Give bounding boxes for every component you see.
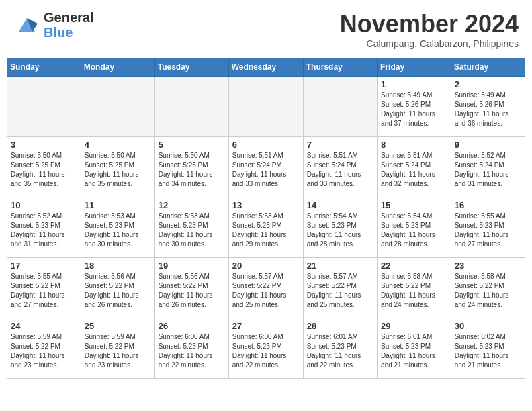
day-info: Sunrise: 5:50 AMSunset: 5:25 PMDaylight:… <box>85 151 151 189</box>
day-info: Sunrise: 5:59 AMSunset: 5:22 PMDaylight:… <box>85 332 151 370</box>
header-sunday: Sunday <box>7 58 81 77</box>
day-cell-12: 12Sunrise: 5:53 AMSunset: 5:23 PMDayligh… <box>154 197 228 258</box>
month-title: November 2024 <box>340 10 519 38</box>
header-monday: Monday <box>81 58 154 77</box>
header-thursday: Thursday <box>303 58 377 77</box>
day-info: Sunrise: 5:52 AMSunset: 5:23 PMDaylight:… <box>11 212 77 249</box>
day-cell-13: 13Sunrise: 5:53 AMSunset: 5:23 PMDayligh… <box>228 197 303 258</box>
day-cell-8: 8Sunrise: 5:51 AMSunset: 5:24 PMDaylight… <box>378 137 451 197</box>
day-number: 11 <box>85 200 151 210</box>
day-info: Sunrise: 5:49 AMSunset: 5:26 PMDaylight:… <box>455 91 521 128</box>
day-cell-14: 14Sunrise: 5:54 AMSunset: 5:23 PMDayligh… <box>303 197 377 258</box>
day-number: 10 <box>11 200 77 210</box>
day-cell-5: 5Sunrise: 5:50 AMSunset: 5:25 PMDaylight… <box>154 137 228 197</box>
day-info: Sunrise: 6:00 AMSunset: 5:23 PMDaylight:… <box>159 332 225 370</box>
day-number: 26 <box>159 321 225 331</box>
day-number: 1 <box>381 79 447 89</box>
day-cell-empty <box>228 77 303 137</box>
day-number: 23 <box>455 261 521 271</box>
week-row-3: 10Sunrise: 5:52 AMSunset: 5:23 PMDayligh… <box>7 197 525 258</box>
day-number: 28 <box>307 321 373 331</box>
day-cell-16: 16Sunrise: 5:55 AMSunset: 5:23 PMDayligh… <box>451 197 525 258</box>
day-info: Sunrise: 6:00 AMSunset: 5:23 PMDaylight:… <box>232 332 300 370</box>
day-cell-17: 17Sunrise: 5:55 AMSunset: 5:22 PMDayligh… <box>7 258 81 318</box>
day-info: Sunrise: 5:49 AMSunset: 5:26 PMDaylight:… <box>381 91 447 128</box>
day-cell-25: 25Sunrise: 5:59 AMSunset: 5:22 PMDayligh… <box>81 318 154 379</box>
day-number: 21 <box>307 261 373 271</box>
day-number: 2 <box>455 79 521 89</box>
day-info: Sunrise: 5:50 AMSunset: 5:25 PMDaylight:… <box>159 151 225 189</box>
day-cell-empty <box>7 77 81 137</box>
day-info: Sunrise: 5:51 AMSunset: 5:24 PMDaylight:… <box>307 151 373 189</box>
day-number: 5 <box>159 140 225 150</box>
day-cell-29: 29Sunrise: 6:01 AMSunset: 5:23 PMDayligh… <box>378 318 451 379</box>
day-info: Sunrise: 5:58 AMSunset: 5:22 PMDaylight:… <box>455 272 521 310</box>
title-section: November 2024 Calumpang, Calabarzon, Phi… <box>340 10 519 49</box>
day-info: Sunrise: 5:57 AMSunset: 5:22 PMDaylight:… <box>232 272 300 310</box>
logo-text-blue: Blue <box>44 25 93 40</box>
week-row-2: 3Sunrise: 5:50 AMSunset: 5:25 PMDaylight… <box>7 137 525 197</box>
day-number: 7 <box>307 140 373 150</box>
day-info: Sunrise: 6:02 AMSunset: 5:23 PMDaylight:… <box>455 332 521 370</box>
day-info: Sunrise: 5:57 AMSunset: 5:22 PMDaylight:… <box>307 272 373 310</box>
day-number: 24 <box>11 321 77 331</box>
location: Calumpang, Calabarzon, Philippines <box>340 38 519 49</box>
day-cell-19: 19Sunrise: 5:56 AMSunset: 5:22 PMDayligh… <box>154 258 228 318</box>
day-cell-empty <box>154 77 228 137</box>
day-cell-15: 15Sunrise: 5:54 AMSunset: 5:23 PMDayligh… <box>378 197 451 258</box>
day-number: 27 <box>232 321 300 331</box>
day-number: 29 <box>381 321 447 331</box>
day-info: Sunrise: 5:51 AMSunset: 5:24 PMDaylight:… <box>232 151 300 189</box>
day-cell-7: 7Sunrise: 5:51 AMSunset: 5:24 PMDaylight… <box>303 137 377 197</box>
header-saturday: Saturday <box>451 58 525 77</box>
day-number: 3 <box>11 140 77 150</box>
day-info: Sunrise: 6:01 AMSunset: 5:23 PMDaylight:… <box>307 332 373 370</box>
day-info: Sunrise: 5:53 AMSunset: 5:23 PMDaylight:… <box>85 212 151 249</box>
logo: General Blue <box>13 10 93 40</box>
day-info: Sunrise: 5:51 AMSunset: 5:24 PMDaylight:… <box>381 151 447 189</box>
day-info: Sunrise: 6:01 AMSunset: 5:23 PMDaylight:… <box>381 332 447 370</box>
day-cell-26: 26Sunrise: 6:00 AMSunset: 5:23 PMDayligh… <box>154 318 228 379</box>
header-tuesday: Tuesday <box>154 58 228 77</box>
day-info: Sunrise: 5:54 AMSunset: 5:23 PMDaylight:… <box>307 212 373 249</box>
day-cell-27: 27Sunrise: 6:00 AMSunset: 5:23 PMDayligh… <box>228 318 303 379</box>
day-cell-28: 28Sunrise: 6:01 AMSunset: 5:23 PMDayligh… <box>303 318 377 379</box>
day-number: 17 <box>11 261 77 271</box>
day-number: 20 <box>232 261 300 271</box>
logo-text-general: General <box>44 10 93 25</box>
day-cell-4: 4Sunrise: 5:50 AMSunset: 5:25 PMDaylight… <box>81 137 154 197</box>
day-number: 13 <box>232 200 300 210</box>
day-cell-22: 22Sunrise: 5:58 AMSunset: 5:22 PMDayligh… <box>378 258 451 318</box>
day-info: Sunrise: 5:56 AMSunset: 5:22 PMDaylight:… <box>159 272 225 310</box>
day-cell-18: 18Sunrise: 5:56 AMSunset: 5:22 PMDayligh… <box>81 258 154 318</box>
logo-icon <box>13 11 40 38</box>
day-cell-empty <box>303 77 377 137</box>
day-number: 30 <box>455 321 521 331</box>
day-cell-21: 21Sunrise: 5:57 AMSunset: 5:22 PMDayligh… <box>303 258 377 318</box>
day-cell-30: 30Sunrise: 6:02 AMSunset: 5:23 PMDayligh… <box>451 318 525 379</box>
day-info: Sunrise: 5:53 AMSunset: 5:23 PMDaylight:… <box>232 212 300 249</box>
day-info: Sunrise: 5:50 AMSunset: 5:25 PMDaylight:… <box>11 151 77 189</box>
day-info: Sunrise: 5:54 AMSunset: 5:23 PMDaylight:… <box>381 212 447 249</box>
day-cell-24: 24Sunrise: 5:59 AMSunset: 5:22 PMDayligh… <box>7 318 81 379</box>
day-cell-2: 2Sunrise: 5:49 AMSunset: 5:26 PMDaylight… <box>451 77 525 137</box>
day-number: 25 <box>85 321 151 331</box>
weekday-header-row: Sunday Monday Tuesday Wednesday Thursday… <box>7 58 525 77</box>
day-number: 12 <box>159 200 225 210</box>
day-number: 16 <box>455 200 521 210</box>
day-info: Sunrise: 5:59 AMSunset: 5:22 PMDaylight:… <box>11 332 77 370</box>
day-number: 9 <box>455 140 521 150</box>
day-number: 15 <box>381 200 447 210</box>
day-number: 4 <box>85 140 151 150</box>
day-cell-23: 23Sunrise: 5:58 AMSunset: 5:22 PMDayligh… <box>451 258 525 318</box>
week-row-4: 17Sunrise: 5:55 AMSunset: 5:22 PMDayligh… <box>7 258 525 318</box>
day-info: Sunrise: 5:55 AMSunset: 5:23 PMDaylight:… <box>455 212 521 249</box>
day-info: Sunrise: 5:53 AMSunset: 5:23 PMDaylight:… <box>159 212 225 249</box>
day-cell-6: 6Sunrise: 5:51 AMSunset: 5:24 PMDaylight… <box>228 137 303 197</box>
week-row-1: 1Sunrise: 5:49 AMSunset: 5:26 PMDaylight… <box>7 77 525 137</box>
day-number: 14 <box>307 200 373 210</box>
day-cell-1: 1Sunrise: 5:49 AMSunset: 5:26 PMDaylight… <box>378 77 451 137</box>
header-wednesday: Wednesday <box>228 58 303 77</box>
calendar-table: Sunday Monday Tuesday Wednesday Thursday… <box>7 58 525 379</box>
header-friday: Friday <box>378 58 451 77</box>
